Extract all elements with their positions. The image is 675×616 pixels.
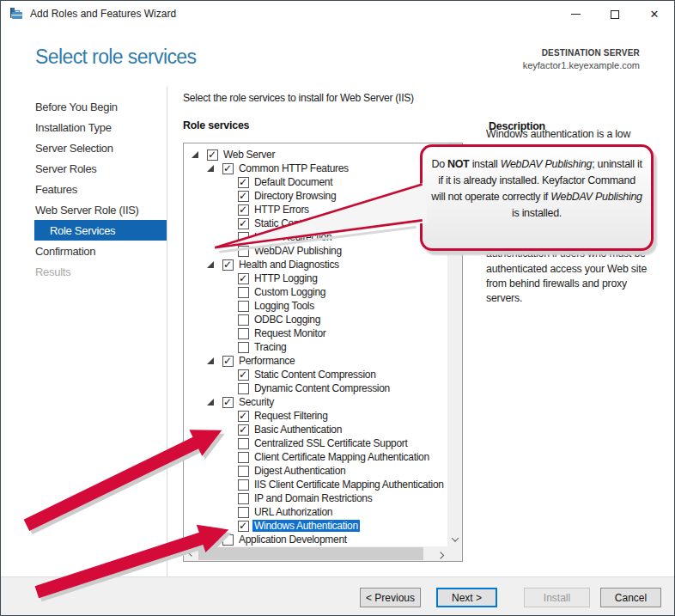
sidebar-item-web-server-role-iis[interactable]: Web Server Role (IIS) xyxy=(34,199,167,220)
scroll-down-button[interactable] xyxy=(447,532,462,546)
tree-row-label-digest-authentication[interactable]: Digest Authentication xyxy=(254,465,345,477)
checkbox-request-filtering[interactable] xyxy=(238,411,249,422)
tree-row[interactable]: Directory Browsing xyxy=(184,189,447,203)
tree-row[interactable]: Basic Authentication xyxy=(184,423,447,436)
checkbox-http-redirection[interactable] xyxy=(238,232,249,243)
tree-row-label-ip-and-domain-restrictions[interactable]: IP and Domain Restrictions xyxy=(254,492,372,504)
tree-row-label-url-authorization[interactable]: URL Authorization xyxy=(254,506,332,518)
expand-triangle-icon[interactable] xyxy=(207,165,214,172)
tree-row-label-custom-logging[interactable]: Custom Logging xyxy=(254,286,325,298)
tree-row[interactable]: ODBC Logging xyxy=(184,313,447,326)
tree-row[interactable]: URL Authorization xyxy=(184,505,447,519)
previous-button[interactable]: < Previous xyxy=(360,588,421,607)
tree-row[interactable]: Web Server xyxy=(184,148,447,162)
horizontal-scrollbar[interactable] xyxy=(184,546,447,561)
tree-row-label-security[interactable]: Security xyxy=(239,396,274,408)
tree-row[interactable]: IIS Client Certificate Mapping Authentic… xyxy=(184,478,447,491)
tree-row[interactable]: Windows Authentication xyxy=(184,519,447,533)
checkbox-url-authorization[interactable] xyxy=(238,507,249,518)
expand-triangle-icon[interactable] xyxy=(207,261,214,268)
tree-row[interactable]: Security xyxy=(184,395,447,409)
tree-row-label-performance[interactable]: Performance xyxy=(239,355,295,367)
tree-row[interactable]: Digest Authentication xyxy=(184,464,447,478)
checkbox-custom-logging[interactable] xyxy=(238,287,249,298)
checkbox-tracing[interactable] xyxy=(238,342,249,353)
checkbox-static-content-compression[interactable] xyxy=(238,369,249,381)
tree-row[interactable]: Health and Diagnostics xyxy=(184,258,447,271)
tree-row-label-common-http-features[interactable]: Common HTTP Features xyxy=(239,162,349,174)
sidebar-item-features[interactable]: Features xyxy=(34,179,167,199)
tree-row[interactable]: Static Content xyxy=(184,217,447,230)
checkbox-web-server[interactable] xyxy=(207,149,218,161)
sidebar-item-server-selection[interactable]: Server Selection xyxy=(34,137,167,158)
checkbox-dynamic-content-compression[interactable] xyxy=(238,383,249,394)
checkbox-static-content[interactable] xyxy=(238,218,249,229)
checkbox-request-monitor[interactable] xyxy=(238,328,249,339)
tree-row[interactable]: Common HTTP Features xyxy=(184,162,447,175)
maximize-button[interactable] xyxy=(595,1,635,27)
tree-row-label-basic-authentication[interactable]: Basic Authentication xyxy=(254,424,342,436)
checkbox-client-certificate-mapping-authentication[interactable] xyxy=(238,452,249,463)
checkbox-centralized-ssl-certificate-support[interactable] xyxy=(238,438,249,449)
checkbox-windows-authentication[interactable] xyxy=(238,521,249,532)
tree-row-label-webdav-publishing[interactable]: WebDAV Publishing xyxy=(254,245,342,257)
sidebar-item-server-roles[interactable]: Server Roles xyxy=(34,158,167,179)
tree-row-label-logging-tools[interactable]: Logging Tools xyxy=(254,300,314,312)
tree-row[interactable]: Static Content Compression xyxy=(184,368,447,381)
tree-row-label-tracing[interactable]: Tracing xyxy=(254,341,286,353)
checkbox-application-development[interactable] xyxy=(222,534,234,546)
tree-row[interactable]: Performance xyxy=(184,354,447,368)
tree-row-label-request-filtering[interactable]: Request Filtering xyxy=(254,410,328,422)
tree-row-label-windows-authentication[interactable]: Windows Authentication xyxy=(252,520,360,532)
checkbox-iis-client-certificate-mapping-authentication[interactable] xyxy=(238,479,249,491)
tree-row-label-iis-client-certificate-mapping-authentication[interactable]: IIS Client Certificate Mapping Authentic… xyxy=(254,479,444,491)
tree-row-label-directory-browsing[interactable]: Directory Browsing xyxy=(254,190,336,202)
checkbox-directory-browsing[interactable] xyxy=(238,191,249,202)
expand-triangle-icon[interactable] xyxy=(192,151,198,158)
tree-row[interactable]: Default Document xyxy=(184,175,447,189)
tree-row[interactable]: Logging Tools xyxy=(184,299,447,313)
tree-row-label-request-monitor[interactable]: Request Monitor xyxy=(254,327,326,339)
tree-row[interactable]: Tracing xyxy=(184,340,447,354)
tree-row[interactable]: Request Filtering xyxy=(184,409,447,423)
checkbox-webdav-publishing[interactable] xyxy=(238,246,249,257)
tree-row[interactable]: Dynamic Content Compression xyxy=(184,381,447,395)
tree-row[interactable]: WebDAV Publishing xyxy=(184,244,447,258)
checkbox-http-errors[interactable] xyxy=(238,204,249,216)
tree-row-label-http-redirection[interactable]: HTTP Redirection xyxy=(254,231,331,243)
checkbox-security[interactable] xyxy=(222,397,234,408)
cancel-button[interactable]: Cancel xyxy=(600,588,661,607)
expand-triangle-icon[interactable] xyxy=(207,399,214,406)
tree-row[interactable]: Request Monitor xyxy=(184,326,447,340)
tree-row-label-http-errors[interactable]: HTTP Errors xyxy=(254,204,309,216)
minimize-button[interactable] xyxy=(556,1,595,27)
tree-row[interactable]: Client Certificate Mapping Authenticatio… xyxy=(184,450,447,464)
next-button[interactable]: Next > xyxy=(436,588,497,607)
checkbox-odbc-logging[interactable] xyxy=(238,314,249,326)
horizontal-scroll-thumb[interactable] xyxy=(198,547,423,560)
tree-row-label-client-certificate-mapping-authentication[interactable]: Client Certificate Mapping Authenticatio… xyxy=(254,451,429,463)
close-button[interactable]: ✕ xyxy=(635,1,674,27)
tree-row[interactable]: Custom Logging xyxy=(184,285,447,299)
tree-row-label-static-content-compression[interactable]: Static Content Compression xyxy=(254,369,376,381)
tree-row[interactable]: HTTP Logging xyxy=(184,271,447,285)
tree-row-label-odbc-logging[interactable]: ODBC Logging xyxy=(254,314,320,326)
tree-row-label-static-content[interactable]: Static Content xyxy=(254,217,315,229)
sidebar-item-installation-type[interactable]: Installation Type xyxy=(34,117,167,137)
tree-row-label-application-development[interactable]: Application Development xyxy=(239,534,347,546)
tree-row-label-http-logging[interactable]: HTTP Logging xyxy=(254,272,318,284)
checkbox-ip-and-domain-restrictions[interactable] xyxy=(238,493,249,504)
sidebar-item-before-you-begin[interactable]: Before You Begin xyxy=(34,96,167,117)
tree-row-label-web-server[interactable]: Web Server xyxy=(223,149,275,161)
tree-row[interactable]: HTTP Redirection xyxy=(184,230,447,244)
title-bar[interactable]: Add Roles and Features Wizard ✕ xyxy=(1,1,674,27)
checkbox-digest-authentication[interactable] xyxy=(238,466,249,477)
tree-row[interactable]: IP and Domain Restrictions xyxy=(184,491,447,505)
scroll-left-button[interactable] xyxy=(184,546,198,561)
checkbox-health-and-diagnostics[interactable] xyxy=(222,259,234,271)
tree-row-label-health-and-diagnostics[interactable]: Health and Diagnostics xyxy=(239,259,339,271)
checkbox-common-http-features[interactable] xyxy=(222,163,234,174)
scroll-right-button[interactable] xyxy=(433,546,447,561)
sidebar-item-confirmation[interactable]: Confirmation xyxy=(34,241,167,261)
expand-triangle-icon[interactable] xyxy=(207,357,214,364)
